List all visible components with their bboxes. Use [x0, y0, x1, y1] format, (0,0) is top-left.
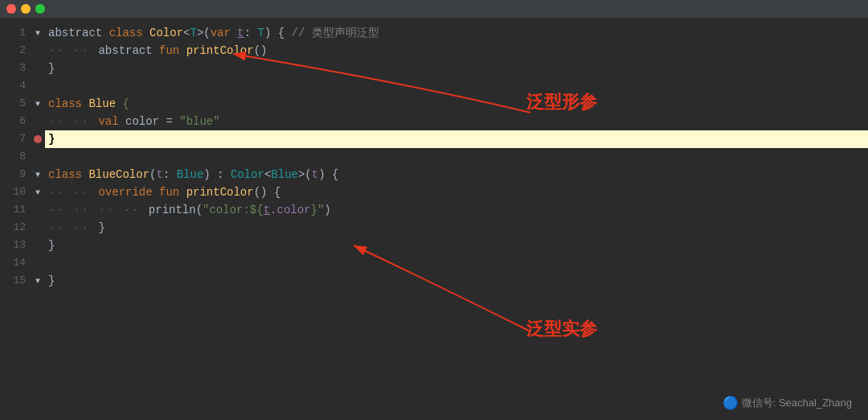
code-line-6: ·· ·· val color = "blue": [45, 113, 868, 130]
code-line-8: [45, 148, 868, 166]
code-line-4: [45, 77, 868, 95]
fold-icon-5[interactable]: ▼: [31, 95, 45, 113]
gutter-empty-6: [31, 113, 45, 130]
code-line-2: ·· ·· abstract fun printColor(): [45, 42, 868, 60]
gutter-empty-14: [31, 254, 45, 272]
code-lines: abstract class Color<T>(var t: T) { // 类…: [45, 24, 868, 414]
code-line-12: ·· ·· }: [45, 219, 868, 237]
gutter-empty-8: [31, 148, 45, 166]
top-bar: [0, 0, 868, 18]
window-controls: [6, 4, 45, 14]
code-area: 1 2 3 4 5 6 7 8 9 10 11 12 13 14 15 ▼ ▼: [0, 18, 868, 420]
watermark-icon: 🔵: [723, 395, 739, 410]
close-button[interactable]: [6, 4, 16, 14]
code-line-3: }: [45, 60, 868, 77]
code-line-13: }: [45, 237, 868, 254]
code-line-7: }: [45, 130, 868, 148]
code-line-9: class BlueColor(t: Blue) : Color<Blue>(t…: [45, 166, 868, 183]
fold-icon-9[interactable]: ▼: [31, 166, 45, 183]
gutter-empty-13: [31, 237, 45, 254]
watermark: 🔵 微信号: Seachal_Zhang: [723, 395, 852, 410]
gutter-breakpoint-7[interactable]: [31, 130, 45, 148]
editor-container: 1 2 3 4 5 6 7 8 9 10 11 12 13 14 15 ▼ ▼: [0, 0, 868, 420]
code-line-14: [45, 254, 868, 272]
fold-icon-1[interactable]: ▼: [31, 24, 45, 42]
code-line-1: abstract class Color<T>(var t: T) { // 类…: [45, 24, 868, 42]
code-line-10: ·· ·· override fun printColor() {: [45, 183, 868, 201]
gutter-empty-2: [31, 42, 45, 60]
maximize-button[interactable]: [35, 4, 45, 14]
code-line-11: ·· ·· ·· ·· println("color:${t.color}"): [45, 201, 868, 219]
gutter-empty-12: [31, 219, 45, 237]
line-numbers: 1 2 3 4 5 6 7 8 9 10 11 12 13 14 15: [0, 24, 31, 414]
code-line-5: class Blue {: [45, 95, 868, 113]
gutter-empty-11: [31, 201, 45, 219]
fold-icon-10[interactable]: ▼: [31, 183, 45, 201]
minimize-button[interactable]: [21, 4, 31, 14]
gutter-empty-3: [31, 60, 45, 77]
code-line-15: }: [45, 272, 868, 290]
watermark-text: 微信号: Seachal_Zhang: [742, 396, 852, 410]
gutter: ▼ ▼ ▼ ▼ ▼: [31, 24, 45, 414]
fold-icon-15[interactable]: ▼: [31, 272, 45, 290]
gutter-empty-4: [31, 77, 45, 95]
